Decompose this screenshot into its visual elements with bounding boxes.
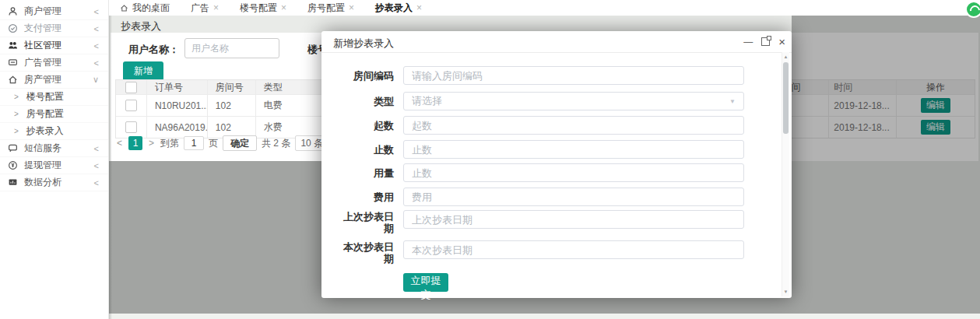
sidebar-subitem-label: 抄表录入 (26, 124, 64, 138)
field-label-end: 止数 (333, 144, 394, 156)
field-label-usage: 用量 (333, 167, 394, 179)
tab-room-config[interactable]: 房号配置 × (307, 2, 354, 15)
dialog-scrollbar: ▲ ▼ (782, 52, 789, 296)
edit-button[interactable]: 编辑 (921, 98, 950, 113)
content-left-shadow (109, 16, 112, 319)
total-count-label: 共 2 条 (262, 137, 290, 150)
footer-strip (109, 314, 980, 319)
room-code-input[interactable] (403, 66, 744, 85)
field-label-type: 类型 (333, 96, 394, 107)
tab-close-icon[interactable]: × (416, 2, 422, 13)
current-reading-date-input[interactable] (403, 240, 744, 259)
tab-label: 我的桌面 (132, 2, 170, 15)
scrollbar-thumb[interactable] (783, 62, 789, 134)
cell-order: NA96A2019... (147, 117, 208, 138)
sidebar-item-label: 商户管理 (24, 5, 61, 18)
sidebar-item-label: 支付管理 (24, 22, 61, 35)
sidebar-subitem-room-config[interactable]: > 房号配置 (0, 106, 108, 123)
tab-meter-entry[interactable]: 抄表录入 × (375, 2, 422, 15)
chevron-collapsed-icon: < (94, 178, 104, 188)
tab-label: 抄表录入 (375, 2, 413, 15)
usage-input[interactable] (403, 163, 744, 182)
sidebar-item-ads[interactable]: 广告管理 < (0, 54, 108, 72)
tab-ads[interactable]: 广告 × (191, 2, 219, 15)
maximize-icon[interactable] (761, 37, 770, 46)
row-checkbox[interactable] (125, 100, 137, 111)
sidebar-subitem-meter-entry[interactable]: > 抄表录入 (0, 123, 108, 140)
select-all-checkbox[interactable] (125, 82, 137, 93)
header-room: 房间号 (208, 80, 256, 94)
chevron-right-icon: > (14, 93, 19, 101)
close-icon[interactable]: × (778, 36, 785, 47)
sidebar-item-analytics[interactable]: 数据分析 < (0, 174, 108, 191)
tab-label: 广告 (191, 2, 209, 15)
prev-page-icon[interactable]: < (115, 138, 124, 149)
yen-circle-icon (7, 160, 18, 171)
row-checkbox[interactable] (125, 121, 137, 133)
user-icon (7, 6, 18, 17)
field-label-current-date: 本次抄表日期 (341, 241, 394, 265)
sidebar-item-label: 短信服务 (24, 142, 61, 155)
scroll-down-icon[interactable]: ▼ (782, 289, 789, 294)
start-reading-input[interactable] (403, 116, 744, 135)
field-label-start: 起数 (333, 120, 394, 131)
chevron-collapsed-icon: < (94, 24, 104, 33)
user-name-label: 用户名称： (128, 43, 179, 57)
add-button[interactable]: 新增 (123, 61, 163, 81)
page-unit-label: 页 (209, 137, 218, 150)
dialog-controls: — × (743, 31, 785, 52)
chevron-collapsed-icon: < (94, 41, 104, 51)
sidebar-item-sms[interactable]: 短信服务 < (0, 140, 108, 157)
type-select-placeholder: 请选择 (412, 94, 442, 108)
dialog-title: 新增抄表录入 (333, 37, 394, 51)
end-reading-input[interactable] (403, 140, 744, 159)
cell-time: 2019-12-18... (829, 95, 897, 116)
goto-label: 到第 (160, 137, 179, 150)
row-checkbox-cell (116, 117, 147, 138)
sidebar-item-community[interactable]: 社区管理 < (0, 37, 108, 54)
sidebar-subitem-label: 房号配置 (26, 107, 64, 121)
sidebar-item-label: 数据分析 (24, 176, 61, 189)
edit-button[interactable]: 编辑 (921, 120, 950, 135)
chevron-right-icon: > (14, 127, 19, 135)
home-icon (7, 75, 18, 86)
submit-button[interactable]: 立即提交 (403, 273, 448, 292)
minimize-icon[interactable]: — (743, 37, 753, 47)
fee-input[interactable] (403, 188, 744, 206)
cell-time: 2019-12-18... (829, 117, 897, 138)
tab-close-icon[interactable]: × (349, 2, 354, 13)
header-checkbox-cell (116, 80, 147, 94)
next-page-icon[interactable]: > (147, 138, 156, 149)
tab-my-desktop[interactable]: 我的桌面 (120, 2, 170, 15)
sidebar-subitem-building-config[interactable]: > 楼号配置 (0, 89, 108, 106)
tab-close-icon[interactable]: × (281, 2, 286, 13)
tab-label: 楼号配置 (240, 2, 277, 15)
user-name-input[interactable] (184, 38, 279, 58)
goto-page-input[interactable] (184, 136, 204, 150)
current-page-badge[interactable]: 1 (128, 136, 142, 150)
floating-button[interactable] (965, 1, 980, 18)
sidebar: 商户管理 < 支付管理 < 社区管理 < 广告管理 < 房产管理 ∨ > 楼号配… (0, 0, 109, 319)
header-order: 订单号 (147, 80, 208, 94)
last-reading-date-input[interactable] (403, 210, 744, 229)
sidebar-item-label: 社区管理 (24, 39, 61, 52)
sidebar-item-payment[interactable]: 支付管理 < (0, 20, 108, 37)
field-label-last-date: 上次抄表日期 (341, 211, 394, 234)
scroll-up-icon[interactable]: ▲ (782, 54, 789, 59)
header-time: 时间 (829, 80, 897, 94)
confirm-page-button[interactable]: 确定 (223, 135, 257, 151)
tab-close-icon[interactable]: × (213, 2, 219, 13)
page-title: 抄表录入 (121, 19, 161, 33)
sidebar-item-withdraw[interactable]: 提现管理 < (0, 157, 108, 174)
sidebar-item-property[interactable]: 房产管理 ∨ (0, 72, 108, 89)
chevron-collapsed-icon: < (94, 7, 104, 16)
chevron-down-icon: ▼ (729, 98, 736, 105)
sidebar-item-label: 提现管理 (24, 159, 61, 172)
sidebar-item-merchant[interactable]: 商户管理 < (0, 3, 108, 20)
check-circle-icon (7, 23, 18, 34)
cell-order: N10RU201... (147, 95, 208, 116)
chevron-collapsed-icon: < (94, 161, 104, 170)
type-select[interactable]: 请选择 ▼ (403, 92, 744, 110)
tab-building-config[interactable]: 楼号配置 × (240, 2, 286, 15)
sidebar-item-label: 房产管理 (24, 73, 61, 86)
